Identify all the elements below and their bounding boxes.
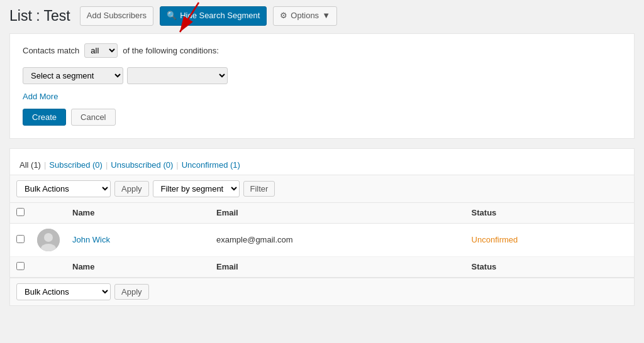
separator-2: | — [106, 160, 108, 170]
header-checkbox-cell — [10, 203, 31, 224]
add-subscribers-button[interactable]: Add Subscribers — [80, 6, 153, 26]
table-header: Name Email Status — [10, 203, 634, 224]
svg-point-3 — [44, 233, 53, 242]
gear-icon: ⚙ — [280, 9, 287, 23]
bulk-actions-select-top[interactable]: Bulk Actions — [16, 180, 111, 197]
footer-name: Name — [66, 256, 210, 277]
conditions-row: Contacts match all any of the following … — [23, 43, 621, 58]
chevron-down-icon: ▼ — [322, 9, 330, 23]
add-more-link[interactable]: Add More — [23, 92, 621, 101]
search-segment-panel: Contacts match all any of the following … — [9, 33, 635, 139]
search-icon: 🔍 — [167, 9, 177, 23]
table-toolbar-bottom: Bulk Actions Apply — [10, 278, 634, 305]
footer-avatar-cell — [31, 256, 66, 277]
separator-3: | — [176, 160, 178, 170]
select-segment-dropdown[interactable]: Select a segment — [23, 67, 123, 84]
row-checkbox-cell — [10, 223, 31, 256]
subscribers-section: All (1) | Subscribed (0) | Unsubscribed … — [9, 148, 635, 306]
form-actions: Create Cancel — [23, 109, 621, 126]
row-avatar-cell — [31, 223, 66, 256]
row-checkbox[interactable] — [16, 235, 25, 243]
match-select[interactable]: all any — [84, 43, 118, 58]
row-name-cell: John Wick — [66, 223, 210, 256]
tab-all[interactable]: All (1) — [19, 160, 41, 170]
footer-select-all-checkbox[interactable] — [16, 262, 25, 270]
filter-button[interactable]: Filter — [243, 181, 275, 197]
contacts-match-label: Contacts match — [23, 46, 79, 55]
hide-search-segment-button[interactable]: 🔍 Hide Search Segment — [160, 6, 267, 26]
table-toolbar-top: Bulk Actions Apply Filter by segment Fil… — [10, 175, 634, 203]
page-wrapper: List : Test Add Subscribers 🔍 Hide Searc… — [0, 0, 644, 312]
footer-status: Status — [465, 256, 634, 277]
row-status-cell: Unconfirmed — [465, 223, 634, 256]
page-header: List : Test Add Subscribers 🔍 Hide Searc… — [9, 6, 635, 26]
options-button[interactable]: ⚙ Options ▼ — [273, 6, 337, 26]
cancel-button[interactable]: Cancel — [71, 109, 115, 126]
header-name: Name — [66, 203, 210, 224]
page-title: List : Test — [9, 8, 70, 24]
bulk-actions-select-bottom[interactable]: Bulk Actions — [16, 283, 111, 300]
subscriber-email: example@gmail.com — [216, 235, 293, 244]
avatar — [37, 229, 60, 251]
table-body: John Wick example@gmail.com Unconfirmed — [10, 223, 634, 256]
header-status: Status — [465, 203, 634, 224]
footer-email: Email — [210, 256, 465, 277]
separator-1: | — [44, 160, 46, 170]
create-button[interactable]: Create — [23, 109, 66, 126]
status-badge: Unconfirmed — [472, 235, 518, 244]
subscriber-name-link[interactable]: John Wick — [72, 235, 110, 244]
segment-condition-dropdown[interactable] — [127, 67, 228, 84]
filter-by-segment-select[interactable]: Filter by segment — [153, 180, 240, 197]
tab-subscribed[interactable]: Subscribed (0) — [49, 160, 103, 170]
filter-tab-list: All (1) | Subscribed (0) | Unsubscribed … — [19, 155, 240, 175]
footer-checkbox-cell — [10, 256, 31, 277]
table-row: John Wick example@gmail.com Unconfirmed — [10, 223, 634, 256]
select-all-checkbox[interactable] — [16, 208, 25, 216]
header-avatar-cell — [31, 203, 66, 224]
subscribers-table: Name Email Status — [10, 203, 634, 278]
tab-unconfirmed[interactable]: Unconfirmed (1) — [182, 160, 240, 170]
apply-button-bottom[interactable]: Apply — [114, 284, 149, 300]
row-email-cell: example@gmail.com — [210, 223, 465, 256]
tab-unsubscribed[interactable]: Unsubscribed (0) — [111, 160, 173, 170]
table-footer-row: Name Email Status — [10, 256, 634, 277]
filter-tabs: All (1) | Subscribed (0) | Unsubscribed … — [10, 149, 634, 175]
header-email: Email — [210, 203, 465, 224]
segment-select-row: Select a segment — [23, 67, 621, 84]
apply-button-top[interactable]: Apply — [114, 181, 149, 197]
following-conditions-label: of the following conditions: — [123, 46, 218, 55]
